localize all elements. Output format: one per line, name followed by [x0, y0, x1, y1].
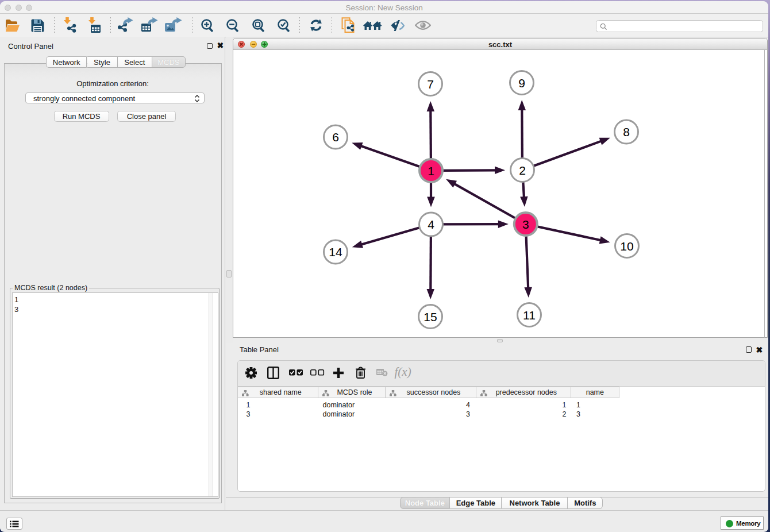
svg-text:8: 8 [623, 125, 630, 138]
svg-text:14: 14 [329, 245, 342, 259]
svg-text:11: 11 [523, 309, 536, 322]
svg-text:7: 7 [427, 78, 434, 91]
svg-text:1: 1 [428, 164, 434, 178]
svg-text:4: 4 [428, 218, 434, 231]
svg-text:10: 10 [620, 240, 633, 253]
svg-text:2: 2 [519, 164, 526, 177]
svg-text:15: 15 [424, 310, 437, 323]
svg-text:3: 3 [522, 218, 529, 231]
svg-text:9: 9 [518, 76, 525, 90]
svg-text:6: 6 [332, 130, 339, 144]
